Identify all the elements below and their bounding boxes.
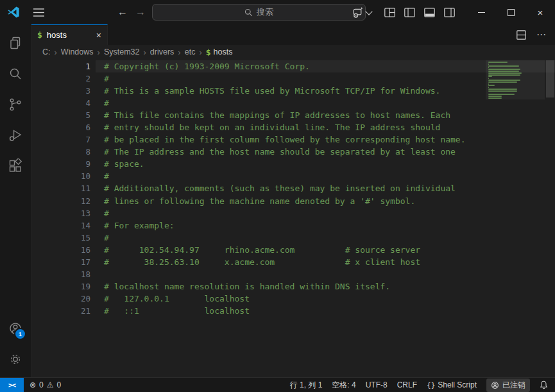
sidebar-item-run-debug[interactable]: [0, 120, 31, 151]
sidebar-item-extensions[interactable]: [0, 151, 31, 182]
copilot-menu[interactable]: [352, 6, 371, 19]
line-text: # Additionally, comments (such as these)…: [96, 182, 555, 194]
editor-actions: ⋯: [517, 24, 555, 45]
code-line[interactable]: 14# For example:: [31, 219, 555, 232]
remote-indicator[interactable]: ><: [0, 378, 24, 392]
code-line[interactable]: 15#: [31, 232, 555, 244]
code-line[interactable]: 4#: [31, 97, 555, 109]
breadcrumb-item[interactable]: drivers: [150, 47, 175, 56]
line-number: 17: [31, 256, 90, 268]
toggle-secondary-sidebar-icon[interactable]: [444, 8, 455, 17]
extensions-icon: [8, 158, 23, 174]
close-window-button[interactable]: ×: [525, 0, 555, 24]
line-number: 5: [31, 109, 90, 121]
code-line[interactable]: 3# This is a sample HOSTS file used by M…: [31, 85, 555, 97]
breadcrumb-item[interactable]: etc: [185, 47, 196, 56]
breadcrumb: C: › Windows › System32 › drivers › etc …: [31, 45, 555, 59]
code-line[interactable]: 11# Additionally, comments (such as thes…: [31, 182, 555, 194]
shellscript-file-icon: $: [37, 30, 42, 40]
line-text: # 102.54.94.97 rhino.acme.com # source s…: [96, 244, 555, 256]
line-number: 7: [31, 133, 90, 146]
toggle-primary-sidebar-icon[interactable]: [404, 8, 415, 17]
code-line[interactable]: 6# entry should be kept on an individual…: [31, 121, 555, 133]
braces-icon: {}: [427, 381, 435, 389]
minimize-button[interactable]: [466, 0, 496, 24]
go-back-icon[interactable]: ←: [114, 0, 131, 24]
settings-button[interactable]: [0, 344, 31, 375]
cursor-position[interactable]: 行 1, 列 1: [290, 380, 323, 391]
line-text: # 38.25.63.10 x.acme.com # x client host: [96, 256, 555, 268]
minimap[interactable]: [486, 60, 545, 99]
chevron-right-icon: ›: [98, 47, 100, 57]
customize-layout-icon[interactable]: [384, 8, 395, 17]
toggle-panel-icon[interactable]: [424, 8, 435, 17]
notifications-bell-icon[interactable]: [540, 380, 548, 389]
eol-setting[interactable]: CRLF: [397, 380, 417, 389]
code-line[interactable]: 1# Copyright (c) 1993-2009 Microsoft Cor…: [31, 60, 555, 72]
code-line[interactable]: 7# be placed in the first column followe…: [31, 133, 555, 146]
account-icon: [491, 381, 499, 389]
account-status[interactable]: 已注销: [486, 379, 530, 392]
line-number: 16: [31, 244, 90, 256]
code-line[interactable]: 18: [31, 268, 555, 280]
breadcrumb-item[interactable]: System32: [104, 47, 140, 56]
code-line[interactable]: 12# lines or following the machine name …: [31, 195, 555, 207]
code-line[interactable]: 17# 38.25.63.10 x.acme.com # x client ho…: [31, 256, 555, 268]
encoding-setting[interactable]: UTF-8: [366, 380, 388, 389]
minimize-icon: [478, 12, 485, 13]
split-editor-icon[interactable]: [517, 30, 526, 40]
line-text: # entry should be kept on an individual …: [96, 121, 555, 133]
search-input[interactable]: 搜索: [152, 4, 366, 21]
indentation-setting[interactable]: 空格: 4: [332, 380, 355, 391]
search-icon: [8, 66, 23, 81]
sidebar-item-source-control[interactable]: [0, 89, 31, 120]
line-text: #: [96, 207, 555, 219]
code-line[interactable]: 5# This file contains the mappings of IP…: [31, 109, 555, 121]
go-forward-icon[interactable]: →: [132, 0, 149, 24]
code-line[interactable]: 16# 102.54.94.97 rhino.acme.com # source…: [31, 244, 555, 256]
code-line[interactable]: 19# localhost name resolution is handled…: [31, 280, 555, 293]
editor-group: $ hosts × ⋯ C: › Windows › System32 ›: [31, 24, 555, 377]
code-line[interactable]: 13#: [31, 207, 555, 219]
line-number: 20: [31, 293, 90, 305]
code-line[interactable]: 20# 127.0.0.1 localhost: [31, 293, 555, 305]
line-text: # This file contains the mappings of IP …: [96, 109, 555, 121]
accounts-button[interactable]: 1: [0, 313, 31, 344]
code-line[interactable]: 9# space.: [31, 158, 555, 170]
line-text: # For example:: [96, 219, 555, 232]
line-text: # localhost name resolution is handled w…: [96, 280, 555, 293]
line-number: 10: [31, 170, 90, 182]
line-text: # 127.0.0.1 localhost: [96, 293, 555, 305]
line-text: # be placed in the first column followed…: [96, 133, 555, 146]
code-line[interactable]: 2#: [31, 72, 555, 85]
chevron-right-icon: ›: [144, 47, 146, 57]
line-number: 3: [31, 85, 90, 97]
code-editor[interactable]: 1# Copyright (c) 1993-2009 Microsoft Cor…: [31, 59, 555, 377]
language-mode[interactable]: {} Shell Script: [427, 380, 477, 389]
line-text: #: [96, 170, 555, 182]
line-number: 13: [31, 207, 90, 219]
status-bar-right: 行 1, 列 1 空格: 4 UTF-8 CRLF {} Shell Scrip…: [290, 379, 555, 392]
tab-close-icon[interactable]: ×: [96, 31, 101, 40]
more-actions-icon[interactable]: ⋯: [536, 29, 547, 40]
maximize-button[interactable]: [496, 0, 525, 24]
code-line[interactable]: 10#: [31, 170, 555, 182]
breadcrumb-item[interactable]: C:: [42, 47, 51, 56]
sidebar-item-search[interactable]: [0, 58, 31, 89]
vertical-scrollbar[interactable]: [546, 60, 554, 98]
tab-title: hosts: [47, 30, 67, 40]
line-number: 12: [31, 195, 90, 207]
menu-icon[interactable]: [29, 3, 48, 22]
line-number: 18: [31, 268, 90, 280]
layout-controls: [384, 8, 455, 17]
breadcrumb-item[interactable]: Windows: [61, 47, 94, 56]
line-number: 21: [31, 305, 90, 317]
code-line[interactable]: 8# The IP address and the host name shou…: [31, 146, 555, 158]
code-line[interactable]: 21# ::1 localhost: [31, 305, 555, 317]
problems-button[interactable]: ⊗ 0 ⚠ 0: [30, 380, 61, 389]
breadcrumb-file[interactable]: $ hosts: [206, 47, 233, 57]
error-count: 0: [39, 380, 44, 389]
sidebar-item-explorer[interactable]: [0, 28, 31, 58]
close-icon: ×: [538, 8, 543, 17]
tab-hosts[interactable]: $ hosts ×: [31, 24, 108, 45]
